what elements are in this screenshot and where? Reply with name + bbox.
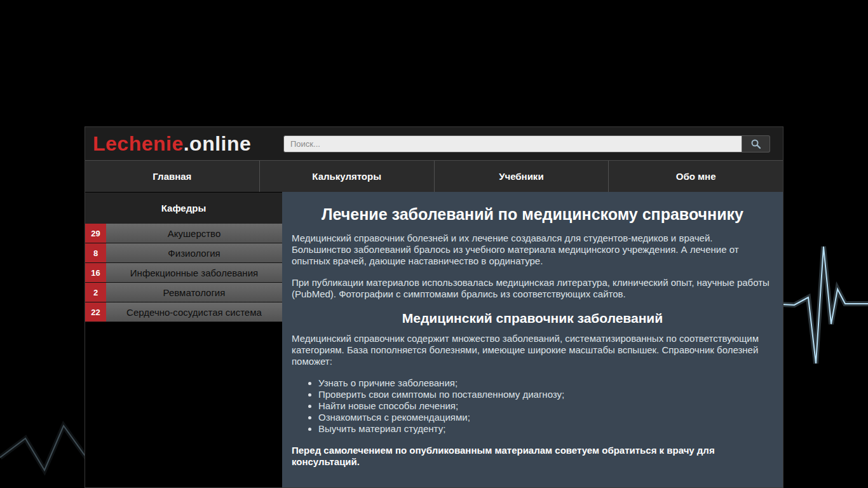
benefit-item: Выучить материал студенту; <box>318 423 773 435</box>
sidebar-item-akusherstvo[interactable]: 29 Акушерство <box>85 224 282 243</box>
intro-paragraph-2: При публикации материалов использовалась… <box>292 277 773 300</box>
consultation-warning: Перед самолечением по опубликованным мат… <box>292 445 773 468</box>
sidebar-item-label: Инфекционные заболевания <box>106 263 282 282</box>
benefit-item: Узнать о причине заболевания; <box>318 377 773 389</box>
search-bar <box>282 135 783 152</box>
count-badge: 2 <box>85 283 106 302</box>
count-badge: 29 <box>85 224 106 243</box>
count-badge: 22 <box>85 302 106 322</box>
search-button[interactable] <box>742 135 770 152</box>
benefit-item: Проверить свои симптомы по поставленному… <box>318 389 773 400</box>
sidebar-item-serdechno-sosudistaya[interactable]: 22 Сердечно-сосудистая система <box>85 302 282 322</box>
sidebar-departments: Кафедры 29 Акушерство 8 Физиология 16 Ин… <box>85 192 282 487</box>
search-input[interactable] <box>283 135 742 152</box>
search-icon <box>750 139 761 149</box>
nav-item-textbooks[interactable]: Учебники <box>434 161 609 192</box>
site-container: Lechenie.online Главная Калькуляторы Уче… <box>85 126 783 488</box>
count-badge: 8 <box>85 243 106 262</box>
nav-item-home[interactable]: Главная <box>85 161 259 192</box>
nav-item-about[interactable]: Обо мне <box>608 161 783 192</box>
sidebar-item-label: Акушерство <box>106 224 282 243</box>
logo-secondary-text: .online <box>184 132 252 155</box>
benefits-list: Узнать о причине заболевания; Проверить … <box>292 377 773 435</box>
site-header: Lechenie.online <box>85 127 783 160</box>
sidebar-item-fiziologiya[interactable]: 8 Физиология <box>85 243 282 263</box>
benefit-item: Найти новые способы лечения; <box>318 400 773 412</box>
site-logo[interactable]: Lechenie.online <box>85 132 282 156</box>
main-content: Лечение заболеваний по медицинскому спра… <box>282 192 783 487</box>
sidebar-item-label: Ревматология <box>106 283 282 302</box>
intro-paragraph-1: Медицинский справочник болезней и их леч… <box>292 233 773 267</box>
nav-item-calculators[interactable]: Калькуляторы <box>259 161 434 192</box>
sidebar-title: Кафедры <box>85 192 282 224</box>
count-badge: 16 <box>85 263 106 282</box>
body-row: Кафедры 29 Акушерство 8 Физиология 16 Ин… <box>85 192 783 487</box>
sidebar-item-label: Сердечно-сосудистая система <box>106 302 282 322</box>
benefit-item: Ознакомиться с рекомендациями; <box>318 412 773 423</box>
sidebar-item-label: Физиология <box>106 243 282 262</box>
ecg-decoration-left <box>0 400 89 488</box>
section-subtitle: Медицинский справочник заболеваний <box>292 313 773 324</box>
directory-paragraph: Медицинский справочник содержит множеств… <box>292 333 773 367</box>
logo-primary-text: Lechenie <box>93 132 184 155</box>
page-title: Лечение заболеваний по медицинскому спра… <box>292 205 773 224</box>
main-nav: Главная Калькуляторы Учебники Обо мне <box>85 160 783 192</box>
sidebar-item-infekcionnye[interactable]: 16 Инфекционные заболевания <box>85 263 282 283</box>
sidebar-item-revmatologiya[interactable]: 2 Ревматология <box>85 283 282 302</box>
